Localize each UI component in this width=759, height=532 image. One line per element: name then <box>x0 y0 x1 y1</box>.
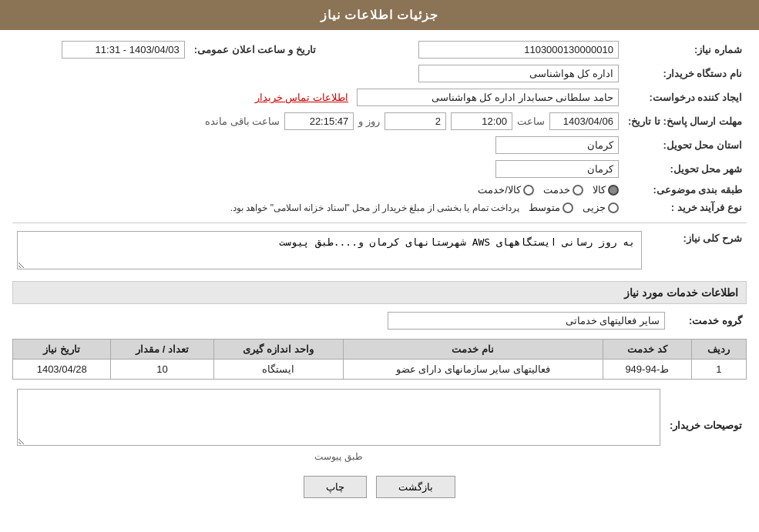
radio-kala-khedmat-label: کالا/خدمت <box>478 184 521 196</box>
back-button[interactable]: بازگشت <box>376 476 455 498</box>
radio-motawaset[interactable]: متوسط <box>529 202 573 213</box>
goroh-khedmat-label: گروه خدمت: <box>670 309 747 333</box>
radio-motawaset-circle <box>563 202 573 213</box>
tosifat-textarea[interactable] <box>17 389 660 446</box>
col-radif: ردیف <box>691 340 746 360</box>
saat-baghimande-value: 22:15:47 <box>284 112 354 130</box>
saat-label: ساعت <box>517 115 545 127</box>
radio-jozii-circle <box>608 202 619 213</box>
shomare-niaz-label: شماره نیاز: <box>623 38 747 62</box>
radio-jozii-label: جزیی <box>583 202 606 213</box>
col-nam-khedmat: نام خدمت <box>343 340 603 360</box>
shahr-value: کرمان <box>495 160 619 178</box>
ijad-konande-value: حامد سلطانی حسابدار اداره کل هواشناسی <box>357 89 619 106</box>
tarikh-label: تاریخ و ساعت اعلان عمومی: <box>190 38 321 62</box>
sharh-kolli-label: شرح کلی نیاز: <box>646 228 747 275</box>
col-tedad-meghdar: تعداد / مقدار <box>111 340 213 360</box>
saat-pasokh-value: 12:00 <box>451 112 512 130</box>
shomare-niaz-value: 1103000130000010 <box>418 41 619 59</box>
radio-khedmat-circle <box>573 185 583 196</box>
ijad-konande-label: ایجاد کننده درخواست: <box>623 85 747 109</box>
noe-farand-label: نوع فرآیند خرید : <box>623 199 747 216</box>
service-info-title: اطلاعات خدمات مورد نیاز <box>12 281 747 304</box>
nam-dastgah-label: نام دستگاه خریدار: <box>623 62 747 85</box>
col-kod-khedmat: کد خدمت <box>603 340 692 360</box>
tabaghe-label: طبقه بندی موضوعی: <box>623 181 747 199</box>
radio-khedmat[interactable]: خدمت <box>543 184 583 196</box>
rozo-value: 2 <box>385 112 446 130</box>
radio-kala-khedmat[interactable]: کالا/خدمت <box>478 184 534 196</box>
rozo-label: روز و <box>358 115 380 127</box>
radio-motawaset-label: متوسط <box>529 202 560 213</box>
saat-baghimande-label: ساعت باقی مانده <box>205 115 280 127</box>
tosifat-label: توصیحات خریدار: <box>665 386 747 465</box>
sharh-kolli-textarea[interactable] <box>17 231 642 269</box>
nam-dastgah-value: اداره کل هواشناسی <box>418 65 619 82</box>
table-row: 1ط-94-949فعالیتهای سایر سازمانهای دارای … <box>13 360 747 380</box>
attach-note: طبق پیوست <box>17 448 660 462</box>
radio-kala-label: کالا <box>593 184 606 196</box>
radio-kala-circle <box>608 185 619 196</box>
page-title: جزئیات اطلاعات نیاز <box>0 0 759 30</box>
ostan-value: کرمان <box>495 136 619 154</box>
radio-jozii[interactable]: جزیی <box>583 202 619 213</box>
col-tarikh-niaz: تاریخ نیاز <box>13 340 111 360</box>
col-vahed-andaze: واحد اندازه گیری <box>213 340 343 360</box>
radio-kala-khedmat-circle <box>523 185 534 196</box>
payardakht-text: پرداخت تمام یا بخشی از مبلغ خریدار از مح… <box>230 202 519 213</box>
etelaatTamas-link[interactable]: اطلاعات تماس خریدار <box>255 92 348 103</box>
tarikh-value: 1403/04/03 - 11:31 <box>62 41 185 59</box>
ostan-label: استان محل تحویل: <box>623 133 747 157</box>
radio-kala[interactable]: کالا <box>593 184 619 196</box>
print-button[interactable]: چاپ <box>304 476 367 498</box>
mohlat-label: مهلت ارسال پاسخ: تا تاریخ: <box>623 109 747 133</box>
radio-khedmat-label: خدمت <box>543 184 570 196</box>
shahr-label: شهر محل تحویل: <box>623 157 747 181</box>
tarikh-pasokh-value: 1403/04/06 <box>549 112 619 130</box>
goroh-khedmat-value: سایر فعالیتهای خدماتی <box>388 312 665 330</box>
